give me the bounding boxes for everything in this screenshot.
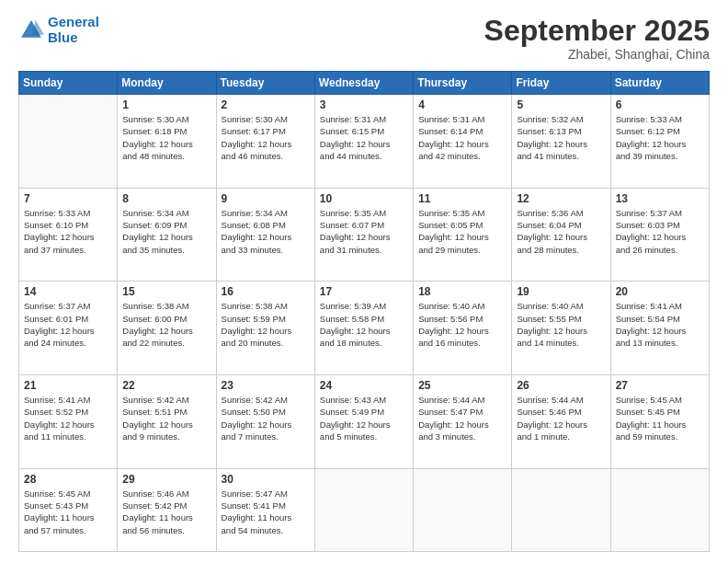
day-number: 19 — [517, 285, 605, 298]
day-number: 6 — [616, 98, 704, 111]
day-info: Sunrise: 5:33 AMSunset: 6:12 PMDaylight:… — [616, 113, 704, 162]
table-row: 18Sunrise: 5:40 AMSunset: 5:56 PMDayligh… — [414, 282, 512, 375]
svg-marker-1 — [33, 20, 44, 35]
day-info: Sunrise: 5:30 AMSunset: 6:17 PMDaylight:… — [222, 113, 310, 162]
table-row: 15Sunrise: 5:38 AMSunset: 6:00 PMDayligh… — [118, 282, 216, 375]
table-row: 9Sunrise: 5:34 AMSunset: 6:08 PMDaylight… — [216, 188, 314, 282]
table-row: 14Sunrise: 5:37 AMSunset: 6:01 PMDayligh… — [19, 282, 118, 375]
location: Zhabei, Shanghai, China — [484, 47, 710, 62]
logo-text: General Blue — [48, 15, 99, 45]
day-number: 27 — [616, 379, 704, 392]
table-row: 7Sunrise: 5:33 AMSunset: 6:10 PMDaylight… — [19, 188, 118, 282]
day-info: Sunrise: 5:31 AMSunset: 6:15 PMDaylight:… — [320, 113, 408, 162]
table-row: 11Sunrise: 5:35 AMSunset: 6:05 PMDayligh… — [414, 188, 512, 282]
day-info: Sunrise: 5:32 AMSunset: 6:13 PMDaylight:… — [517, 113, 605, 162]
table-row: 19Sunrise: 5:40 AMSunset: 5:55 PMDayligh… — [512, 282, 610, 375]
calendar-week-row: 1Sunrise: 5:30 AMSunset: 6:18 PMDaylight… — [19, 95, 710, 189]
day-number: 11 — [418, 192, 506, 205]
header-wednesday: Wednesday — [314, 72, 413, 95]
table-row: 26Sunrise: 5:44 AMSunset: 5:46 PMDayligh… — [512, 375, 610, 469]
calendar-week-row: 28Sunrise: 5:45 AMSunset: 5:43 PMDayligh… — [19, 468, 710, 551]
table-row: 13Sunrise: 5:37 AMSunset: 6:03 PMDayligh… — [610, 188, 709, 282]
header-thursday: Thursday — [414, 72, 512, 95]
table-row — [610, 468, 709, 551]
day-number: 4 — [418, 98, 506, 111]
calendar-week-row: 14Sunrise: 5:37 AMSunset: 6:01 PMDayligh… — [19, 282, 710, 375]
table-row — [414, 468, 512, 551]
logo-general: General — [48, 14, 99, 29]
header-monday: Monday — [118, 72, 216, 95]
table-row: 16Sunrise: 5:38 AMSunset: 5:59 PMDayligh… — [216, 282, 314, 375]
table-row: 21Sunrise: 5:41 AMSunset: 5:52 PMDayligh… — [19, 375, 118, 469]
table-row: 30Sunrise: 5:47 AMSunset: 5:41 PMDayligh… — [216, 468, 314, 551]
header-sunday: Sunday — [19, 72, 118, 95]
day-number: 15 — [122, 285, 210, 298]
table-row: 22Sunrise: 5:42 AMSunset: 5:51 PMDayligh… — [118, 375, 216, 469]
table-row: 20Sunrise: 5:41 AMSunset: 5:54 PMDayligh… — [610, 282, 709, 375]
day-number: 7 — [24, 192, 112, 205]
day-info: Sunrise: 5:46 AMSunset: 5:42 PMDaylight:… — [122, 488, 210, 536]
table-row: 24Sunrise: 5:43 AMSunset: 5:49 PMDayligh… — [314, 375, 413, 469]
table-row: 27Sunrise: 5:45 AMSunset: 5:45 PMDayligh… — [610, 375, 709, 469]
day-info: Sunrise: 5:38 AMSunset: 5:59 PMDaylight:… — [222, 300, 310, 349]
day-number: 5 — [517, 98, 605, 111]
table-row — [512, 468, 610, 551]
day-info: Sunrise: 5:40 AMSunset: 5:55 PMDaylight:… — [517, 300, 605, 349]
day-number: 20 — [616, 285, 704, 298]
header-friday: Friday — [512, 72, 610, 95]
day-number: 18 — [418, 285, 506, 298]
day-number: 14 — [24, 285, 112, 298]
day-number: 17 — [320, 285, 408, 298]
day-info: Sunrise: 5:44 AMSunset: 5:46 PMDaylight:… — [517, 394, 605, 442]
table-row: 5Sunrise: 5:32 AMSunset: 6:13 PMDaylight… — [512, 95, 610, 189]
day-info: Sunrise: 5:41 AMSunset: 5:54 PMDaylight:… — [616, 300, 704, 349]
table-row: 2Sunrise: 5:30 AMSunset: 6:17 PMDaylight… — [216, 95, 314, 189]
table-row — [19, 95, 118, 189]
table-row: 3Sunrise: 5:31 AMSunset: 6:15 PMDaylight… — [314, 95, 413, 189]
day-number: 26 — [517, 379, 605, 392]
table-row: 23Sunrise: 5:42 AMSunset: 5:50 PMDayligh… — [216, 375, 314, 469]
day-number: 30 — [222, 473, 310, 486]
day-number: 3 — [320, 98, 408, 111]
table-row: 8Sunrise: 5:34 AMSunset: 6:09 PMDaylight… — [118, 188, 216, 282]
day-number: 22 — [122, 379, 210, 392]
day-number: 8 — [122, 192, 210, 205]
month-title: September 2025 — [484, 15, 710, 47]
day-info: Sunrise: 5:38 AMSunset: 6:00 PMDaylight:… — [122, 300, 210, 349]
day-info: Sunrise: 5:45 AMSunset: 5:45 PMDaylight:… — [616, 394, 704, 442]
title-block: September 2025 Zhabei, Shanghai, China — [484, 15, 710, 62]
day-info: Sunrise: 5:37 AMSunset: 6:03 PMDaylight:… — [616, 207, 704, 256]
day-number: 28 — [24, 473, 112, 486]
day-number: 13 — [616, 192, 704, 205]
day-number: 29 — [122, 473, 210, 486]
day-info: Sunrise: 5:43 AMSunset: 5:49 PMDaylight:… — [320, 394, 408, 442]
table-row: 17Sunrise: 5:39 AMSunset: 5:58 PMDayligh… — [314, 282, 413, 375]
day-info: Sunrise: 5:35 AMSunset: 6:07 PMDaylight:… — [320, 207, 408, 256]
page: General Blue September 2025 Zhabei, Shan… — [0, 0, 728, 563]
day-info: Sunrise: 5:36 AMSunset: 6:04 PMDaylight:… — [517, 207, 605, 256]
day-info: Sunrise: 5:34 AMSunset: 6:09 PMDaylight:… — [122, 207, 210, 256]
table-row: 25Sunrise: 5:44 AMSunset: 5:47 PMDayligh… — [414, 375, 512, 469]
table-row — [314, 468, 413, 551]
table-row: 29Sunrise: 5:46 AMSunset: 5:42 PMDayligh… — [118, 468, 216, 551]
day-number: 9 — [222, 192, 310, 205]
day-info: Sunrise: 5:42 AMSunset: 5:50 PMDaylight:… — [222, 394, 310, 442]
day-info: Sunrise: 5:34 AMSunset: 6:08 PMDaylight:… — [222, 207, 310, 256]
day-info: Sunrise: 5:44 AMSunset: 5:47 PMDaylight:… — [418, 394, 506, 442]
day-info: Sunrise: 5:40 AMSunset: 5:56 PMDaylight:… — [418, 300, 506, 349]
day-number: 1 — [122, 98, 210, 111]
day-number: 25 — [418, 379, 506, 392]
table-row: 12Sunrise: 5:36 AMSunset: 6:04 PMDayligh… — [512, 188, 610, 282]
day-info: Sunrise: 5:35 AMSunset: 6:05 PMDaylight:… — [418, 207, 506, 256]
day-info: Sunrise: 5:45 AMSunset: 5:43 PMDaylight:… — [24, 488, 112, 536]
calendar: Sunday Monday Tuesday Wednesday Thursday… — [18, 71, 710, 552]
table-row: 6Sunrise: 5:33 AMSunset: 6:12 PMDaylight… — [610, 95, 709, 189]
day-info: Sunrise: 5:42 AMSunset: 5:51 PMDaylight:… — [122, 394, 210, 442]
day-number: 23 — [222, 379, 310, 392]
day-number: 10 — [320, 192, 408, 205]
logo-icon — [18, 17, 44, 43]
day-info: Sunrise: 5:31 AMSunset: 6:14 PMDaylight:… — [418, 113, 506, 162]
day-number: 2 — [222, 98, 310, 111]
header-tuesday: Tuesday — [216, 72, 314, 95]
logo: General Blue — [18, 15, 99, 45]
